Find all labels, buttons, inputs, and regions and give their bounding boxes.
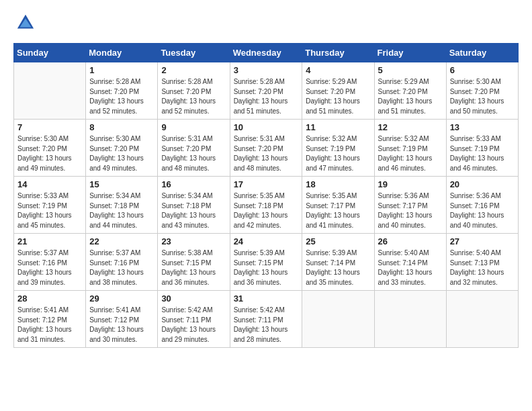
- day-number: 11: [306, 122, 370, 132]
- calendar-cell: 1Sunrise: 5:28 AM Sunset: 7:20 PM Daylig…: [86, 62, 158, 120]
- cell-info: Sunrise: 5:32 AM Sunset: 7:19 PM Dayligh…: [306, 134, 370, 173]
- cell-info: Sunrise: 5:30 AM Sunset: 7:20 PM Dayligh…: [450, 77, 515, 116]
- calendar-cell: [302, 291, 374, 348]
- calendar-cell: 10Sunrise: 5:31 AM Sunset: 7:20 PM Dayli…: [230, 120, 302, 177]
- calendar-cell: 4Sunrise: 5:29 AM Sunset: 7:20 PM Daylig…: [302, 62, 374, 120]
- cell-info: Sunrise: 5:41 AM Sunset: 7:12 PM Dayligh…: [17, 306, 82, 345]
- calendar-cell: 18Sunrise: 5:35 AM Sunset: 7:17 PM Dayli…: [302, 177, 374, 234]
- cell-info: Sunrise: 5:34 AM Sunset: 7:18 PM Dayligh…: [161, 191, 226, 230]
- calendar-cell: 8Sunrise: 5:30 AM Sunset: 7:20 PM Daylig…: [86, 120, 158, 177]
- cell-info: Sunrise: 5:28 AM Sunset: 7:20 PM Dayligh…: [89, 77, 154, 116]
- calendar-cell: 19Sunrise: 5:36 AM Sunset: 7:17 PM Dayli…: [374, 177, 446, 234]
- col-header-monday: Monday: [86, 44, 158, 62]
- cell-info: Sunrise: 5:30 AM Sunset: 7:20 PM Dayligh…: [89, 134, 154, 173]
- week-row-1: 1Sunrise: 5:28 AM Sunset: 7:20 PM Daylig…: [14, 62, 519, 120]
- cell-info: Sunrise: 5:31 AM Sunset: 7:20 PM Dayligh…: [161, 134, 226, 173]
- header-row: SundayMondayTuesdayWednesdayThursdayFrid…: [14, 44, 519, 62]
- calendar-cell: 26Sunrise: 5:40 AM Sunset: 7:14 PM Dayli…: [374, 234, 446, 291]
- cell-info: Sunrise: 5:34 AM Sunset: 7:18 PM Dayligh…: [89, 191, 154, 230]
- calendar-cell: 3Sunrise: 5:28 AM Sunset: 7:20 PM Daylig…: [230, 62, 302, 120]
- cell-info: Sunrise: 5:37 AM Sunset: 7:16 PM Dayligh…: [17, 248, 82, 287]
- cell-info: Sunrise: 5:36 AM Sunset: 7:17 PM Dayligh…: [378, 191, 443, 230]
- day-number: 31: [234, 293, 299, 304]
- cell-info: Sunrise: 5:33 AM Sunset: 7:19 PM Dayligh…: [17, 191, 82, 230]
- cell-info: Sunrise: 5:41 AM Sunset: 7:12 PM Dayligh…: [89, 306, 154, 345]
- cell-info: Sunrise: 5:35 AM Sunset: 7:18 PM Dayligh…: [234, 191, 299, 230]
- day-number: 4: [306, 65, 370, 75]
- cell-info: Sunrise: 5:36 AM Sunset: 7:16 PM Dayligh…: [450, 191, 515, 230]
- calendar-cell: 27Sunrise: 5:40 AM Sunset: 7:13 PM Dayli…: [446, 234, 518, 291]
- cell-info: Sunrise: 5:35 AM Sunset: 7:17 PM Dayligh…: [306, 191, 370, 230]
- day-number: 21: [17, 236, 82, 246]
- day-number: 1: [89, 65, 154, 75]
- calendar-cell: 14Sunrise: 5:33 AM Sunset: 7:19 PM Dayli…: [14, 177, 86, 234]
- calendar-cell: 15Sunrise: 5:34 AM Sunset: 7:18 PM Dayli…: [86, 177, 158, 234]
- day-number: 13: [450, 122, 515, 132]
- cell-info: Sunrise: 5:38 AM Sunset: 7:15 PM Dayligh…: [161, 248, 226, 287]
- calendar-cell: 30Sunrise: 5:42 AM Sunset: 7:11 PM Dayli…: [158, 291, 230, 348]
- cell-info: Sunrise: 5:32 AM Sunset: 7:19 PM Dayligh…: [378, 134, 443, 173]
- calendar-cell: 12Sunrise: 5:32 AM Sunset: 7:19 PM Dayli…: [374, 120, 446, 177]
- day-number: 29: [89, 293, 154, 304]
- calendar-cell: 23Sunrise: 5:38 AM Sunset: 7:15 PM Dayli…: [158, 234, 230, 291]
- cell-info: Sunrise: 5:39 AM Sunset: 7:14 PM Dayligh…: [306, 248, 370, 287]
- day-number: 30: [161, 293, 226, 304]
- day-number: 12: [378, 122, 443, 132]
- calendar-cell: 7Sunrise: 5:30 AM Sunset: 7:20 PM Daylig…: [14, 120, 86, 177]
- calendar-cell: 20Sunrise: 5:36 AM Sunset: 7:16 PM Dayli…: [446, 177, 518, 234]
- calendar-cell: [374, 291, 446, 348]
- day-number: 6: [450, 65, 515, 75]
- day-number: 17: [234, 179, 299, 189]
- cell-info: Sunrise: 5:39 AM Sunset: 7:15 PM Dayligh…: [234, 248, 299, 287]
- calendar-cell: [446, 291, 518, 348]
- cell-info: Sunrise: 5:29 AM Sunset: 7:20 PM Dayligh…: [378, 77, 443, 116]
- week-row-5: 28Sunrise: 5:41 AM Sunset: 7:12 PM Dayli…: [14, 291, 519, 348]
- cell-info: Sunrise: 5:37 AM Sunset: 7:16 PM Dayligh…: [89, 248, 154, 287]
- cell-info: Sunrise: 5:42 AM Sunset: 7:11 PM Dayligh…: [161, 306, 226, 345]
- col-header-friday: Friday: [374, 44, 446, 62]
- week-row-3: 14Sunrise: 5:33 AM Sunset: 7:19 PM Dayli…: [14, 177, 519, 234]
- day-number: 15: [89, 179, 154, 189]
- day-number: 27: [450, 236, 515, 246]
- col-header-thursday: Thursday: [302, 44, 374, 62]
- calendar-table: SundayMondayTuesdayWednesdayThursdayFrid…: [13, 43, 519, 348]
- calendar-cell: 21Sunrise: 5:37 AM Sunset: 7:16 PM Dayli…: [14, 234, 86, 291]
- calendar-cell: 2Sunrise: 5:28 AM Sunset: 7:20 PM Daylig…: [158, 62, 230, 120]
- day-number: 16: [161, 179, 226, 189]
- cell-info: Sunrise: 5:30 AM Sunset: 7:20 PM Dayligh…: [17, 134, 82, 173]
- day-number: 5: [378, 65, 443, 75]
- calendar-cell: [14, 62, 86, 120]
- day-number: 9: [161, 122, 226, 132]
- calendar-cell: 6Sunrise: 5:30 AM Sunset: 7:20 PM Daylig…: [446, 62, 518, 120]
- day-number: 28: [17, 293, 82, 304]
- page-header: [13, 13, 519, 32]
- day-number: 8: [89, 122, 154, 132]
- calendar-cell: 16Sunrise: 5:34 AM Sunset: 7:18 PM Dayli…: [158, 177, 230, 234]
- col-header-wednesday: Wednesday: [230, 44, 302, 62]
- calendar-cell: 11Sunrise: 5:32 AM Sunset: 7:19 PM Dayli…: [302, 120, 374, 177]
- calendar-cell: 29Sunrise: 5:41 AM Sunset: 7:12 PM Dayli…: [86, 291, 158, 348]
- calendar-cell: 22Sunrise: 5:37 AM Sunset: 7:16 PM Dayli…: [86, 234, 158, 291]
- cell-info: Sunrise: 5:40 AM Sunset: 7:13 PM Dayligh…: [450, 248, 515, 287]
- calendar-cell: 31Sunrise: 5:42 AM Sunset: 7:11 PM Dayli…: [230, 291, 302, 348]
- day-number: 14: [17, 179, 82, 189]
- calendar-cell: 9Sunrise: 5:31 AM Sunset: 7:20 PM Daylig…: [158, 120, 230, 177]
- day-number: 23: [161, 236, 226, 246]
- cell-info: Sunrise: 5:40 AM Sunset: 7:14 PM Dayligh…: [378, 248, 443, 287]
- logo: [13, 13, 36, 32]
- calendar-cell: 28Sunrise: 5:41 AM Sunset: 7:12 PM Dayli…: [14, 291, 86, 348]
- cell-info: Sunrise: 5:29 AM Sunset: 7:20 PM Dayligh…: [306, 77, 370, 116]
- day-number: 18: [306, 179, 370, 189]
- day-number: 3: [234, 65, 299, 75]
- day-number: 22: [89, 236, 154, 246]
- col-header-saturday: Saturday: [446, 44, 518, 62]
- col-header-tuesday: Tuesday: [158, 44, 230, 62]
- day-number: 26: [378, 236, 443, 246]
- cell-info: Sunrise: 5:31 AM Sunset: 7:20 PM Dayligh…: [234, 134, 299, 173]
- day-number: 2: [161, 65, 226, 75]
- week-row-4: 21Sunrise: 5:37 AM Sunset: 7:16 PM Dayli…: [14, 234, 519, 291]
- day-number: 10: [234, 122, 299, 132]
- day-number: 7: [17, 122, 82, 132]
- col-header-sunday: Sunday: [14, 44, 86, 62]
- cell-info: Sunrise: 5:28 AM Sunset: 7:20 PM Dayligh…: [234, 77, 299, 116]
